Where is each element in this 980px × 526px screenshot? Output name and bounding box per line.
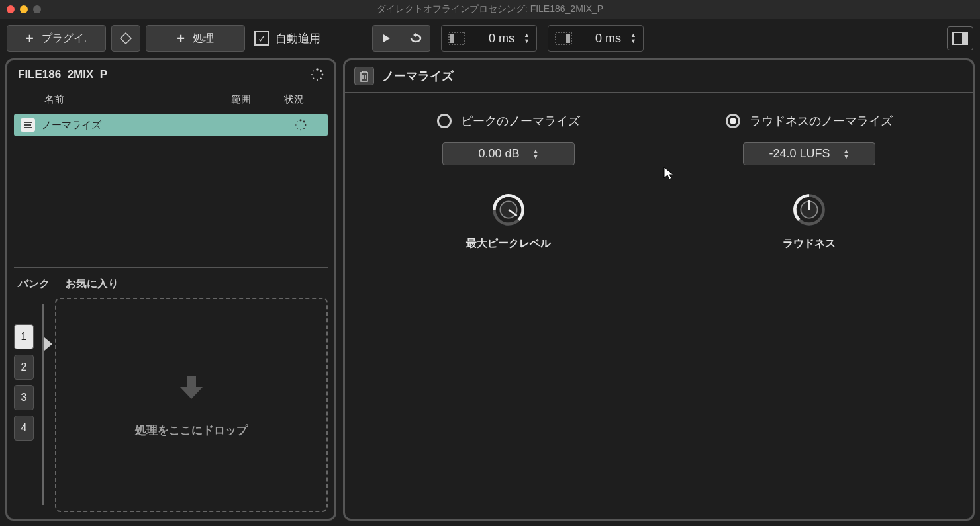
process-name: ノーマライズ [42,119,295,132]
svg-point-13 [313,71,315,72]
bank-track [42,304,44,505]
peak-value: 0.00 dB [479,147,520,161]
play-icon [381,33,392,44]
process-dropzone[interactable]: 処理をここにドロップ [55,298,328,512]
process-list-panel: FILE186_2MIX_P 名前 範囲 状況 ノーマライズ [5,58,336,521]
svg-point-22 [297,128,298,129]
svg-rect-15 [24,122,32,123]
chevron-right-icon [44,337,52,351]
spinner-icon: ▲▼ [533,148,539,160]
svg-point-17 [299,119,301,121]
svg-point-9 [320,77,321,79]
toolbar: + プラグイ. + 処理 ✓ 自動適用 0 ms [0,19,980,58]
close-window-button[interactable] [7,5,15,13]
plus-icon: + [177,31,185,46]
bank-slot-2[interactable]: 2 [14,355,34,380]
delete-process-button[interactable] [354,67,374,85]
peak-value-field[interactable]: 0.00 dB ▲▼ [442,142,575,165]
maximize-window-button[interactable] [33,5,41,13]
bank-slot-list: 1 2 3 4 [14,298,34,512]
loudness-radio-label: ラウドネスのノーマライズ [750,113,893,129]
loudness-radio[interactable]: ラウドネスのノーマライズ [726,113,893,129]
pre-roll-field[interactable]: 0 ms ▲▼ [441,25,537,52]
titlebar: ダイレクトオフラインプロセシング: FILE186_2MIX_P [0,0,980,19]
tab-favorites[interactable]: お気に入り [66,277,119,291]
spinner-icon: ▲▼ [844,148,850,160]
bank-tabs: バンク お気に入り [7,268,334,298]
plugin-dropdown-button[interactable] [111,25,140,52]
radio-icon [437,114,452,128]
editor-header: ノーマライズ [345,60,973,93]
loudness-knob[interactable] [791,192,827,228]
down-arrow-icon [176,373,207,403]
spinner-icon: ▲▼ [524,32,530,44]
panel-toggle-button[interactable] [947,26,973,50]
peak-knob-label: 最大ピークレベル [466,237,551,251]
panel-icon [952,32,968,45]
svg-rect-14 [24,124,31,126]
peak-level-knob[interactable] [491,192,526,228]
file-title: FILE186_2MIX_P [18,68,107,81]
col-range: 範囲 [231,93,284,106]
svg-point-8 [322,74,324,76]
transport-controls [372,25,430,52]
svg-point-12 [311,74,313,75]
plus-icon: + [26,31,34,46]
svg-rect-3 [566,34,570,43]
busy-icon [311,68,324,81]
range-start-icon [448,32,466,45]
process-button-label: 処理 [193,32,214,46]
add-plugin-button[interactable]: + プラグイ. [7,25,106,52]
svg-point-18 [303,121,305,123]
peak-radio-label: ピークのノーマライズ [461,113,580,129]
bank-area: 1 2 3 4 処理をここにドロップ [7,298,334,519]
bank-slot-4[interactable]: 4 [14,416,34,441]
loudness-knob-group: ラウドネス [783,192,836,251]
editor-body: ピークのノーマライズ 0.00 dB ▲▼ 最大ピークレベル [345,93,973,519]
svg-point-6 [316,68,318,71]
window-title: ダイレクトオフラインプロセシング: FILE186_2MIX_P [377,3,603,15]
minimize-window-button[interactable] [20,5,28,13]
peak-normalize-group: ピークのノーマライズ 0.00 dB ▲▼ 最大ピークレベル [371,113,646,499]
col-status: 状況 [284,93,324,106]
process-list-columns: 名前 範囲 状況 [7,89,334,110]
trash-icon [359,70,369,82]
auto-apply-checkbox[interactable]: ✓ 自動適用 [254,31,320,46]
svg-point-24 [297,121,297,122]
col-name: 名前 [18,93,231,106]
post-roll-field[interactable]: 0 ms ▲▼ [548,25,644,52]
post-roll-value: 0 ms [581,32,621,46]
diamond-icon [119,32,132,45]
loop-button[interactable] [401,25,430,52]
tab-bank[interactable]: バンク [18,277,50,291]
radio-icon [726,114,740,128]
svg-rect-1 [450,34,454,43]
bank-slot-3[interactable]: 3 [14,385,34,410]
svg-point-11 [313,78,314,79]
bank-slot-1[interactable]: 1 [14,324,34,349]
loudness-value-field[interactable]: -24.0 LUFS ▲▼ [743,142,875,165]
auto-apply-label: 自動適用 [275,31,320,46]
loudness-normalize-group: ラウドネスのノーマライズ -24.0 LUFS ▲▼ ラウドネス [672,113,946,499]
process-row[interactable]: ノーマライズ [14,114,328,136]
play-button[interactable] [372,25,401,52]
dropzone-label: 処理をここにドロップ [135,423,248,438]
loudness-knob-label: ラウドネス [783,237,836,251]
process-type-icon [21,118,35,132]
svg-rect-16 [24,127,32,128]
svg-point-7 [320,70,322,72]
range-end-icon [555,32,572,45]
svg-point-19 [305,124,307,126]
loop-icon [409,33,423,44]
svg-point-23 [295,124,297,126]
peak-radio[interactable]: ピークのノーマライズ [437,113,580,129]
editor-title: ノーマライズ [382,68,454,84]
svg-point-20 [303,128,305,129]
add-process-button[interactable]: + 処理 [146,25,245,52]
svg-point-21 [300,129,301,130]
plugin-button-label: プラグイ. [42,32,87,46]
loudness-value: -24.0 LUFS [769,147,830,161]
process-status-icon [295,119,321,131]
process-list-area [14,136,328,268]
process-editor-panel: ノーマライズ ピークのノーマライズ 0.00 dB ▲▼ [343,58,975,521]
